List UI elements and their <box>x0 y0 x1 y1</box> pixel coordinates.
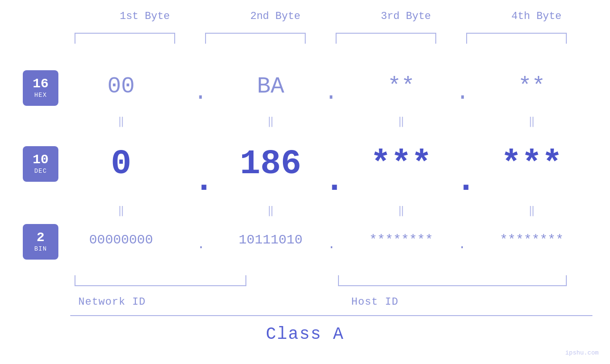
col3-hex-value: ** <box>349 74 453 99</box>
bin-badge-label: BIN <box>34 245 47 252</box>
col1-equals-dec: ‖ <box>69 204 173 217</box>
col3-equals-dec: ‖ <box>349 204 453 217</box>
bin-dot-1: . <box>197 237 205 252</box>
byte2-header: 2nd Byte <box>223 10 328 22</box>
hex-dot-2: . <box>324 80 338 105</box>
col1-hex-value: 00 <box>69 74 173 99</box>
top-brackets <box>70 29 602 47</box>
class-bracket <box>70 311 592 322</box>
hex-badge-label: HEX <box>34 92 47 99</box>
col2-bin-value: 10111010 <box>218 233 323 247</box>
col4-dec-value: *** <box>479 145 584 184</box>
col2-hex-value: BA <box>218 74 323 99</box>
network-id-label: Network ID <box>78 296 146 308</box>
byte1-header: 1st Byte <box>93 10 197 22</box>
col2-equals-dec: ‖ <box>218 204 323 217</box>
col3-equals-hex: ‖ <box>349 115 453 128</box>
bin-badge: 2 BIN <box>23 224 58 260</box>
class-a-label: Class A <box>266 325 344 344</box>
byte4-header: 4th Byte <box>484 10 589 22</box>
hex-badge-num: 16 <box>33 77 49 91</box>
col3-dec-value: *** <box>349 145 453 184</box>
col4-hex-value: ** <box>479 74 584 99</box>
col3-bin-value: ******** <box>349 233 453 247</box>
bin-badge-num: 2 <box>37 231 45 244</box>
dec-dot-3: . <box>456 161 476 200</box>
col2-equals-hex: ‖ <box>218 115 323 128</box>
bin-dot-3: . <box>458 237 466 252</box>
col1-bin-value: 00000000 <box>69 233 173 247</box>
byte3-header: 3rd Byte <box>354 10 458 22</box>
dec-dot-2: . <box>324 161 345 200</box>
col2-dec-value: 186 <box>218 145 323 184</box>
col4-bin-value: ******** <box>479 233 584 247</box>
dec-badge-label: DEC <box>34 168 47 175</box>
col1-equals-hex: ‖ <box>69 115 173 128</box>
content-area: 16 HEX 10 DEC 2 BIN 1st Byte 2nd Byte 3r… <box>0 0 610 364</box>
watermark: ipshu.com <box>565 349 599 356</box>
hex-dot-1: . <box>194 80 207 105</box>
hex-badge: 16 HEX <box>23 70 58 106</box>
bin-dot-2: . <box>328 237 336 252</box>
col4-equals-hex: ‖ <box>479 115 584 128</box>
dec-badge-num: 10 <box>33 153 49 167</box>
hex-dot-3: . <box>456 80 469 105</box>
col4-equals-dec: ‖ <box>479 204 584 217</box>
col1-dec-value: 0 <box>69 145 173 184</box>
dec-badge: 10 DEC <box>23 146 58 182</box>
page: 16 HEX 10 DEC 2 BIN 1st Byte 2nd Byte 3r… <box>0 0 610 364</box>
host-id-label: Host ID <box>351 296 398 308</box>
dec-dot-1: . <box>194 161 214 200</box>
bottom-brackets <box>70 271 602 289</box>
